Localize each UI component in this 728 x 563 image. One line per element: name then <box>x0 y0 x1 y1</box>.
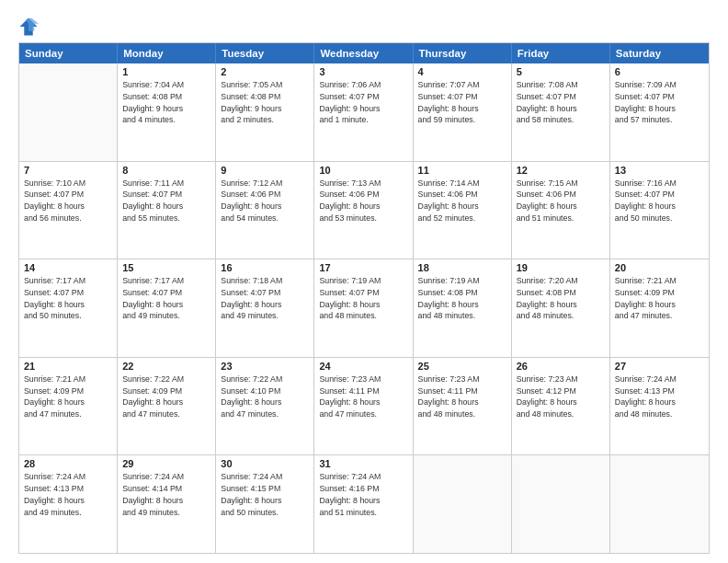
weekday-header-wednesday: Wednesday <box>314 43 413 63</box>
cell-date: 10 <box>319 165 407 176</box>
cell-date: 1 <box>122 66 210 77</box>
cell-info: Sunrise: 7:17 AM Sunset: 4:07 PM Dayligh… <box>24 275 112 322</box>
calendar-cell-18: 18Sunrise: 7:19 AM Sunset: 4:08 PM Dayli… <box>414 259 512 357</box>
cell-info: Sunrise: 7:14 AM Sunset: 4:06 PM Dayligh… <box>418 178 506 224</box>
calendar-cell-16: 16Sunrise: 7:18 AM Sunset: 4:07 PM Dayli… <box>216 259 314 357</box>
calendar-cell-21: 21Sunrise: 7:21 AM Sunset: 4:09 PM Dayli… <box>19 358 118 455</box>
cell-info: Sunrise: 7:23 AM Sunset: 4:11 PM Dayligh… <box>319 373 407 420</box>
calendar-row-1: 1Sunrise: 7:04 AM Sunset: 4:08 PM Daylig… <box>19 63 709 162</box>
calendar-cell-empty-4-5 <box>512 455 610 553</box>
weekday-header-tuesday: Tuesday <box>216 43 314 63</box>
cell-info: Sunrise: 7:18 AM Sunset: 4:07 PM Dayligh… <box>221 275 309 322</box>
calendar-cell-15: 15Sunrise: 7:17 AM Sunset: 4:07 PM Dayli… <box>118 259 216 357</box>
cell-info: Sunrise: 7:21 AM Sunset: 4:09 PM Dayligh… <box>615 275 704 322</box>
calendar-row-4: 21Sunrise: 7:21 AM Sunset: 4:09 PM Dayli… <box>19 358 709 456</box>
calendar-cell-5: 5Sunrise: 7:08 AM Sunset: 4:07 PM Daylig… <box>512 63 610 161</box>
calendar-cell-4: 4Sunrise: 7:07 AM Sunset: 4:07 PM Daylig… <box>414 63 512 161</box>
page: SundayMondayTuesdayWednesdayThursdayFrid… <box>0 0 728 563</box>
cell-info: Sunrise: 7:24 AM Sunset: 4:15 PM Dayligh… <box>221 471 309 518</box>
weekday-header-friday: Friday <box>512 43 610 63</box>
calendar-cell-24: 24Sunrise: 7:23 AM Sunset: 4:11 PM Dayli… <box>314 358 413 455</box>
cell-info: Sunrise: 7:20 AM Sunset: 4:08 PM Dayligh… <box>517 275 605 322</box>
cell-info: Sunrise: 7:23 AM Sunset: 4:11 PM Dayligh… <box>418 373 506 420</box>
cell-date: 27 <box>615 361 704 372</box>
logo-icon <box>18 17 39 37</box>
cell-date: 15 <box>122 262 210 273</box>
cell-date: 26 <box>517 361 605 372</box>
cell-date: 3 <box>319 66 407 77</box>
cell-date: 23 <box>221 361 309 372</box>
cell-info: Sunrise: 7:13 AM Sunset: 4:06 PM Dayligh… <box>319 178 407 224</box>
cell-info: Sunrise: 7:11 AM Sunset: 4:07 PM Dayligh… <box>122 178 210 224</box>
calendar-cell-empty-4-6 <box>610 455 709 553</box>
cell-date: 9 <box>221 165 309 176</box>
cell-info: Sunrise: 7:24 AM Sunset: 4:16 PM Dayligh… <box>319 471 407 518</box>
calendar-cell-11: 11Sunrise: 7:14 AM Sunset: 4:06 PM Dayli… <box>414 162 512 259</box>
calendar-cell-17: 17Sunrise: 7:19 AM Sunset: 4:07 PM Dayli… <box>314 259 413 357</box>
cell-date: 7 <box>24 165 112 176</box>
weekday-header-saturday: Saturday <box>610 43 709 63</box>
cell-date: 25 <box>418 361 506 372</box>
calendar-cell-19: 19Sunrise: 7:20 AM Sunset: 4:08 PM Dayli… <box>512 259 610 357</box>
cell-date: 4 <box>418 66 506 77</box>
cell-date: 17 <box>319 262 407 273</box>
calendar-cell-29: 29Sunrise: 7:24 AM Sunset: 4:14 PM Dayli… <box>118 455 216 553</box>
cell-info: Sunrise: 7:19 AM Sunset: 4:07 PM Dayligh… <box>319 275 407 322</box>
cell-info: Sunrise: 7:23 AM Sunset: 4:12 PM Dayligh… <box>517 373 605 420</box>
cell-date: 12 <box>517 165 605 176</box>
calendar-cell-13: 13Sunrise: 7:16 AM Sunset: 4:07 PM Dayli… <box>610 162 709 259</box>
cell-date: 11 <box>418 165 506 176</box>
weekday-header-thursday: Thursday <box>414 43 512 63</box>
cell-date: 21 <box>24 361 112 372</box>
cell-info: Sunrise: 7:24 AM Sunset: 4:14 PM Dayligh… <box>122 471 210 518</box>
calendar-cell-7: 7Sunrise: 7:10 AM Sunset: 4:07 PM Daylig… <box>19 162 118 259</box>
calendar-cell-14: 14Sunrise: 7:17 AM Sunset: 4:07 PM Dayli… <box>19 259 118 357</box>
calendar: SundayMondayTuesdayWednesdayThursdayFrid… <box>18 42 710 554</box>
calendar-row-5: 28Sunrise: 7:24 AM Sunset: 4:13 PM Dayli… <box>19 455 709 553</box>
weekday-header-monday: Monday <box>118 43 216 63</box>
cell-info: Sunrise: 7:17 AM Sunset: 4:07 PM Dayligh… <box>122 275 210 322</box>
logo <box>18 17 42 37</box>
calendar-row-2: 7Sunrise: 7:10 AM Sunset: 4:07 PM Daylig… <box>19 162 709 260</box>
cell-date: 22 <box>122 361 210 372</box>
cell-info: Sunrise: 7:21 AM Sunset: 4:09 PM Dayligh… <box>24 373 112 420</box>
cell-info: Sunrise: 7:16 AM Sunset: 4:07 PM Dayligh… <box>615 178 704 224</box>
calendar-cell-empty-4-4 <box>414 455 512 553</box>
cell-date: 30 <box>221 458 309 469</box>
cell-date: 6 <box>615 66 704 77</box>
cell-info: Sunrise: 7:19 AM Sunset: 4:08 PM Dayligh… <box>418 275 506 322</box>
cell-date: 13 <box>615 165 704 176</box>
calendar-cell-2: 2Sunrise: 7:05 AM Sunset: 4:08 PM Daylig… <box>216 63 314 161</box>
calendar-body: 1Sunrise: 7:04 AM Sunset: 4:08 PM Daylig… <box>19 63 709 553</box>
calendar-row-3: 14Sunrise: 7:17 AM Sunset: 4:07 PM Dayli… <box>19 259 709 358</box>
cell-info: Sunrise: 7:22 AM Sunset: 4:10 PM Dayligh… <box>221 373 309 420</box>
cell-date: 16 <box>221 262 309 273</box>
cell-date: 8 <box>122 165 210 176</box>
calendar-cell-28: 28Sunrise: 7:24 AM Sunset: 4:13 PM Dayli… <box>19 455 118 553</box>
cell-date: 14 <box>24 262 112 273</box>
cell-info: Sunrise: 7:08 AM Sunset: 4:07 PM Dayligh… <box>517 79 605 126</box>
calendar-cell-empty-0-0 <box>19 63 118 161</box>
cell-info: Sunrise: 7:09 AM Sunset: 4:07 PM Dayligh… <box>615 79 704 126</box>
cell-date: 19 <box>517 262 605 273</box>
cell-date: 20 <box>615 262 704 273</box>
calendar-cell-3: 3Sunrise: 7:06 AM Sunset: 4:07 PM Daylig… <box>314 63 413 161</box>
cell-date: 29 <box>122 458 210 469</box>
calendar-cell-9: 9Sunrise: 7:12 AM Sunset: 4:06 PM Daylig… <box>216 162 314 259</box>
cell-info: Sunrise: 7:24 AM Sunset: 4:13 PM Dayligh… <box>24 471 112 518</box>
cell-info: Sunrise: 7:22 AM Sunset: 4:09 PM Dayligh… <box>122 373 210 420</box>
cell-info: Sunrise: 7:12 AM Sunset: 4:06 PM Dayligh… <box>221 178 309 224</box>
calendar-cell-23: 23Sunrise: 7:22 AM Sunset: 4:10 PM Dayli… <box>216 358 314 455</box>
cell-date: 5 <box>517 66 605 77</box>
calendar-cell-1: 1Sunrise: 7:04 AM Sunset: 4:08 PM Daylig… <box>118 63 216 161</box>
calendar-cell-10: 10Sunrise: 7:13 AM Sunset: 4:06 PM Dayli… <box>314 162 413 259</box>
cell-info: Sunrise: 7:04 AM Sunset: 4:08 PM Dayligh… <box>122 79 210 126</box>
cell-info: Sunrise: 7:24 AM Sunset: 4:13 PM Dayligh… <box>615 373 704 420</box>
calendar-cell-25: 25Sunrise: 7:23 AM Sunset: 4:11 PM Dayli… <box>414 358 512 455</box>
cell-info: Sunrise: 7:10 AM Sunset: 4:07 PM Dayligh… <box>24 178 112 224</box>
calendar-cell-20: 20Sunrise: 7:21 AM Sunset: 4:09 PM Dayli… <box>610 259 709 357</box>
cell-info: Sunrise: 7:06 AM Sunset: 4:07 PM Dayligh… <box>319 79 407 126</box>
header <box>18 17 710 37</box>
cell-info: Sunrise: 7:15 AM Sunset: 4:06 PM Dayligh… <box>517 178 605 224</box>
cell-date: 18 <box>418 262 506 273</box>
